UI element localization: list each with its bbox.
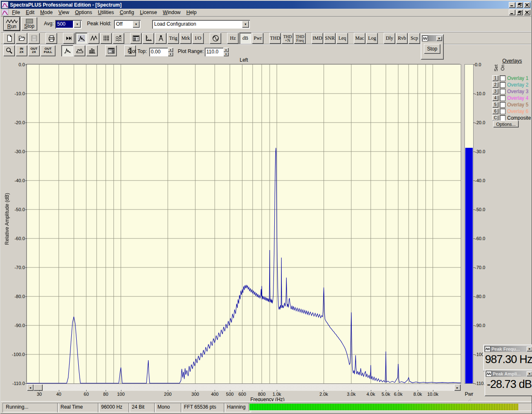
- overlay-on-checkbox-5[interactable]: [500, 102, 505, 108]
- scrollbar-right-arrow-icon[interactable]: ►: [454, 384, 461, 391]
- frequency-scrollbar[interactable]: ◄ ►: [27, 384, 461, 391]
- thd-freq-button[interactable]: THD Freq: [294, 33, 306, 44]
- plot-top-spin-down-icon[interactable]: ▼: [168, 52, 173, 57]
- scaling-button[interactable]: [143, 33, 154, 44]
- menu-item-mode[interactable]: Mode: [37, 9, 56, 16]
- new-file-button[interactable]: [3, 33, 15, 44]
- thd-plus-n-button[interactable]: THD +N: [282, 33, 293, 44]
- spectrogram-view-button[interactable]: [100, 33, 112, 44]
- peak-hold-combobox[interactable]: Off ▼: [114, 20, 140, 29]
- overlay-on-checkbox-c[interactable]: [500, 115, 505, 121]
- menu-item-window[interactable]: Window: [160, 9, 184, 16]
- overlay-set-button-2[interactable]: 2: [492, 82, 498, 88]
- menu-item-config[interactable]: Config: [117, 9, 137, 16]
- markers-button[interactable]: Mrk: [180, 33, 191, 44]
- overlay-set-button-c[interactable]: C: [492, 115, 498, 121]
- menu-item-options[interactable]: Options: [72, 9, 95, 16]
- title-bar[interactable]: SpectraPLUS Professional Edition - [Spec…: [1, 1, 531, 9]
- power-units-button[interactable]: Pwr: [252, 33, 264, 44]
- peak-amplitude-close-icon[interactable]: ×: [527, 371, 532, 376]
- overlay-on-checkbox-3[interactable]: [500, 89, 505, 94]
- child-restore-button[interactable]: [516, 10, 523, 15]
- peak-frequency-close-icon[interactable]: ×: [527, 347, 532, 351]
- print-button[interactable]: [46, 33, 57, 44]
- zoom-out-full-button[interactable]: OUT FULL: [41, 45, 56, 56]
- stepped-plot-button[interactable]: [74, 45, 85, 56]
- meter-tick-label: -80.0: [475, 294, 493, 299]
- child-minimize-button[interactable]: [509, 10, 515, 15]
- macro-button[interactable]: Mac: [354, 33, 365, 44]
- stop-button[interactable]: Stop: [21, 17, 37, 31]
- child-close-button[interactable]: [524, 10, 530, 15]
- spectrum-plot[interactable]: [27, 65, 461, 383]
- menu-item-view[interactable]: View: [56, 9, 72, 16]
- menu-item-edit[interactable]: Edit: [23, 9, 37, 16]
- logging-button[interactable]: Log: [366, 33, 378, 44]
- avg-dropdown-arrow-icon[interactable]: ▼: [74, 21, 81, 28]
- overlay-set-button-6[interactable]: 6: [492, 108, 498, 114]
- bar-plot-button[interactable]: [86, 45, 98, 56]
- db-units-button[interactable]: dB: [239, 33, 251, 44]
- plot-options-button[interactable]: [105, 45, 117, 56]
- reverb-button[interactable]: Rvb: [396, 33, 408, 44]
- spectrum-view-button[interactable]: [75, 33, 87, 44]
- plot-top-spin-up-icon[interactable]: ▲: [168, 48, 173, 52]
- surface-view-button[interactable]: [113, 33, 124, 44]
- run-button[interactable]: Run: [4, 17, 20, 31]
- display-options-button[interactable]: [130, 33, 142, 44]
- child-window-icon[interactable]: [2, 9, 8, 16]
- menu-item-help[interactable]: Help: [184, 9, 200, 16]
- overlay-set-button-1[interactable]: 1: [492, 75, 498, 81]
- avg-combobox[interactable]: 500 ▼: [55, 20, 82, 29]
- open-file-button[interactable]: [16, 33, 27, 44]
- overlay-set-button-4[interactable]: 4: [492, 95, 498, 101]
- overlay-on-checkbox-2[interactable]: [500, 82, 505, 88]
- plot-range-spin-down-icon[interactable]: ▼: [223, 52, 229, 57]
- imd-button[interactable]: IMD: [312, 33, 323, 44]
- peak-hold-dropdown-arrow-icon[interactable]: ▼: [133, 21, 140, 28]
- close-button[interactable]: [524, 2, 530, 8]
- overlay-on-checkbox-4[interactable]: [500, 95, 505, 101]
- overlay-on-checkbox-1[interactable]: [500, 75, 505, 81]
- snr-button[interactable]: SNR: [324, 33, 336, 44]
- zoom-out-2x-button[interactable]: OUT 2X: [28, 45, 40, 56]
- load-configuration-combobox[interactable]: Load Configuration ▼: [152, 20, 250, 29]
- hz-units-button-label: Hz: [230, 36, 236, 41]
- overlay-set-button-5[interactable]: 5: [492, 102, 498, 108]
- calibration-button[interactable]: [155, 33, 167, 44]
- delay-button[interactable]: Dly: [384, 33, 395, 44]
- floating-stop-button[interactable]: Stop: [424, 44, 440, 54]
- save-button[interactable]: [28, 33, 40, 44]
- load-configuration-dropdown-arrow-icon[interactable]: ▼: [242, 21, 249, 28]
- menu-item-file[interactable]: File: [9, 9, 23, 16]
- print-icon: [48, 35, 55, 42]
- time-series-view-button[interactable]: [88, 33, 99, 44]
- power-meter-label: Pwr: [462, 391, 476, 397]
- thd-button[interactable]: THD: [269, 33, 281, 44]
- restore-button[interactable]: [516, 2, 523, 8]
- peak-frequency-titlebar[interactable]: Peak Frequ... ×: [484, 346, 532, 352]
- scrollbar-thumb[interactable]: [34, 384, 43, 391]
- peak-amplitude-titlebar[interactable]: Peak Ampli... ×: [486, 371, 532, 377]
- zoom-button[interactable]: [3, 45, 15, 56]
- menu-item-utilities[interactable]: Utilities: [95, 9, 117, 16]
- overlay-row-6: 6Overlay 6: [492, 108, 528, 114]
- stop-mini-window-titlebar[interactable]: ×: [422, 35, 443, 41]
- scrollbar-left-arrow-icon[interactable]: ◄: [27, 384, 34, 391]
- plot-range-spin-up-icon[interactable]: ▲: [223, 48, 229, 52]
- minimize-button[interactable]: [509, 2, 515, 8]
- zoom-in-2x-button[interactable]: IN 2X: [16, 45, 27, 56]
- scope-button[interactable]: Scp: [409, 33, 420, 44]
- io-device-button[interactable]: I/O: [192, 33, 204, 44]
- process-file-button[interactable]: [63, 33, 75, 44]
- leq-button[interactable]: Leq: [336, 33, 348, 44]
- hz-units-button[interactable]: Hz: [227, 33, 239, 44]
- signal-generator-button[interactable]: [210, 33, 221, 44]
- trigger-button[interactable]: Trig: [167, 33, 179, 44]
- line-plot-button[interactable]: [61, 45, 73, 56]
- menu-item-license[interactable]: License: [137, 9, 160, 16]
- stop-mini-window-close-icon[interactable]: ×: [436, 36, 442, 41]
- overlay-options-button[interactable]: Options...: [493, 120, 519, 128]
- overlay-set-button-3[interactable]: 3: [492, 89, 498, 94]
- overlay-on-checkbox-6[interactable]: [500, 108, 505, 114]
